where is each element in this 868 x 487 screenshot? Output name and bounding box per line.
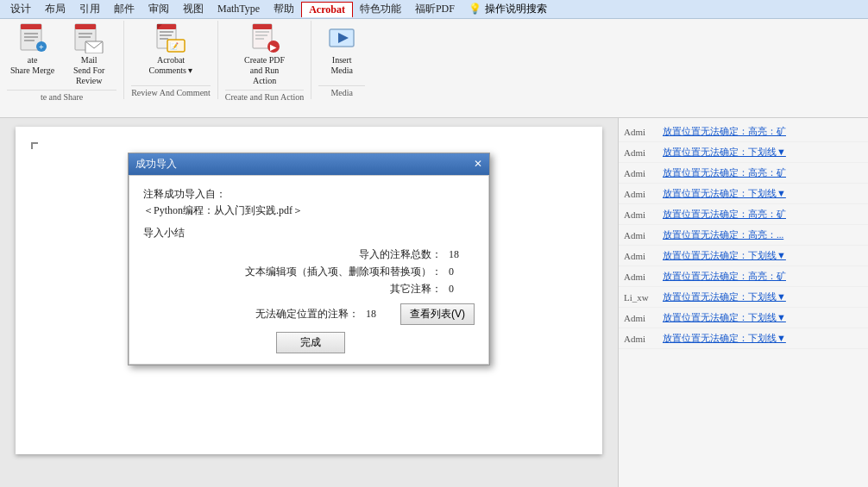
insert-media-icon	[326, 22, 357, 53]
svg-rect-1	[21, 24, 41, 29]
search-area: 💡 操作说明搜索	[469, 2, 547, 16]
ribbon-btn-insert-media[interactable]: InsertMedia	[321, 21, 362, 78]
dialog-close-button[interactable]: ✕	[474, 158, 482, 171]
dialog-value-other: 0	[449, 283, 475, 296]
doc-area: 成功导入 ✕ 注释成功导入自： ＜Python编程：从入门到实践.pdf＞ 导入…	[0, 118, 618, 487]
sidebar-text-1[interactable]: 放置位置无法确定：下划线▼	[663, 146, 863, 159]
svg-rect-3	[24, 36, 38, 38]
ribbon-btn-acrobat-comments[interactable]: 📝 AcrobatComments ▾	[146, 21, 197, 78]
sidebar-text-8[interactable]: 放置位置无法确定：下划线▼	[663, 290, 863, 303]
menu-item-acrobat[interactable]: Acrobat	[301, 2, 353, 17]
dialog-titlebar: 成功导入 ✕	[129, 153, 489, 175]
sidebar-user-9: Admi	[624, 313, 663, 323]
sidebar-text-6[interactable]: 放置位置无法确定：下划线▼	[663, 249, 863, 262]
main-area: 成功导入 ✕ 注释成功导入自： ＜Python编程：从入门到实践.pdf＞ 导入…	[0, 118, 868, 487]
dialog-label-total: 导入的注释总数：	[143, 247, 449, 262]
svg-rect-24	[255, 38, 264, 40]
dialog-summary-label: 导入小结	[143, 226, 475, 240]
ribbon-group-review-label: Review And Comment	[131, 85, 211, 99]
dialog-buttons: 完成	[143, 332, 475, 353]
sidebar-text-10[interactable]: 放置位置无法确定：下划线▼	[663, 332, 863, 345]
svg-rect-15	[160, 31, 173, 33]
right-sidebar: Admi 放置位置无法确定：高亮：矿 Admi 放置位置无法确定：下划线▼ Ad…	[618, 118, 868, 487]
dialog-footer-value: 18	[366, 308, 392, 321]
dialog-footer-row: 无法确定位置的注释： 18 查看列表(V)	[143, 303, 475, 325]
svg-rect-21	[253, 24, 272, 29]
sidebar-user-5: Admi	[624, 230, 663, 240]
ribbon-btn-create-pdf[interactable]: ▶ Create PDFand Run Action	[237, 21, 292, 88]
svg-rect-22	[255, 31, 269, 33]
ribbon-group-create-share-label: te and Share	[7, 90, 116, 103]
svg-rect-17	[160, 38, 168, 40]
view-list-button[interactable]: 查看列表(V)	[400, 303, 475, 325]
ribbon-btn-acrobat-comments-label: AcrobatComments ▾	[149, 55, 193, 76]
sidebar-text-9[interactable]: 放置位置无法确定：下划线▼	[663, 311, 863, 324]
ribbon-group-run-action: ▶ Create PDFand Run Action Create and Ru…	[218, 21, 311, 99]
dialog-title: 成功导入	[135, 157, 177, 172]
sidebar-user-7: Admi	[624, 272, 663, 282]
sidebar-user-8: Li_xw	[624, 292, 663, 303]
create-pdf-icon: ▶	[249, 22, 280, 53]
menu-item-view[interactable]: 视图	[176, 0, 211, 18]
sidebar-user-4: Admi	[624, 209, 663, 220]
svg-text:+: +	[39, 42, 44, 52]
sidebar-text-0[interactable]: 放置位置无法确定：高亮：矿	[663, 125, 863, 138]
sidebar-user-0: Admi	[624, 127, 663, 137]
dialog-source-info: 注释成功导入自： ＜Python编程：从入门到实践.pdf＞	[143, 186, 475, 219]
sidebar-user-10: Admi	[624, 334, 663, 344]
lightbulb-icon: 💡	[469, 3, 481, 16]
corner-mark-tl	[31, 142, 38, 149]
sidebar-row-8: Li_xw 放置位置无法确定：下划线▼	[619, 287, 868, 308]
sidebar-row-7: Admi 放置位置无法确定：高亮：矿	[619, 266, 868, 287]
dialog-row-other: 其它注释： 0	[143, 282, 475, 297]
menu-item-foxitpdf[interactable]: 福昕PDF	[408, 0, 462, 18]
sidebar-user-3: Admi	[624, 189, 663, 199]
ribbon-group-create-share: + ateShare Merge	[0, 21, 124, 99]
menu-bar: 设计 布局 引用 邮件 审阅 视图 MathType 帮助 Acrobat 特色…	[0, 0, 868, 19]
sidebar-row-1: Admi 放置位置无法确定：下划线▼	[619, 142, 868, 163]
ribbon-btn-create[interactable]: + ateShare Merge	[7, 21, 58, 78]
dialog-value-total: 18	[449, 248, 475, 261]
sidebar-row-4: Admi 放置位置无法确定：高亮：矿	[619, 204, 868, 225]
sidebar-text-2[interactable]: 放置位置无法确定：高亮：矿	[663, 166, 863, 179]
menu-item-mathtype[interactable]: MathType	[211, 1, 267, 17]
sidebar-user-6: Admi	[624, 251, 663, 261]
menu-item-design[interactable]: 设计	[3, 0, 38, 18]
sidebar-text-4[interactable]: 放置位置无法确定：高亮：矿	[663, 208, 863, 221]
menu-item-help[interactable]: 帮助	[267, 0, 301, 18]
dialog-row-text-edits: 文本编辑项（插入项、删除项和替换项）： 0	[143, 265, 475, 279]
sidebar-text-3[interactable]: 放置位置无法确定：下划线▼	[663, 187, 863, 200]
mail-icon	[73, 22, 104, 53]
svg-rect-10	[79, 36, 91, 38]
ribbon-group-run-action-label: Create and Run Action	[225, 90, 304, 103]
sidebar-text-5[interactable]: 放置位置无法确定：高亮：...	[663, 228, 863, 241]
dialog-footer-label: 无法确定位置的注释：	[143, 307, 366, 322]
sidebar-user-1: Admi	[624, 147, 663, 158]
sidebar-row-5: Admi 放置位置无法确定：高亮：...	[619, 225, 868, 246]
dialog-label-other: 其它注释：	[143, 282, 449, 297]
dialog-source-label: 注释成功导入自：	[143, 188, 226, 200]
menu-item-layout[interactable]: 布局	[38, 0, 72, 18]
import-success-dialog: 成功导入 ✕ 注释成功导入自： ＜Python编程：从入门到实践.pdf＞ 导入…	[128, 153, 490, 365]
svg-rect-8	[75, 24, 96, 29]
doc-page: 成功导入 ✕ 注释成功导入自： ＜Python编程：从入门到实践.pdf＞ 导入…	[16, 127, 602, 454]
dialog-stats-table: 导入的注释总数： 18 文本编辑项（插入项、删除项和替换项）： 0 其它注释： …	[143, 247, 475, 297]
menu-item-reference[interactable]: 引用	[72, 0, 107, 18]
ribbon-btn-mail[interactable]: MailSend For Review	[61, 21, 116, 88]
ribbon-btn-insert-media-label: InsertMedia	[330, 55, 353, 76]
create-icon: +	[17, 22, 48, 53]
menu-item-features[interactable]: 特色功能	[353, 0, 408, 18]
ok-button[interactable]: 完成	[276, 332, 345, 353]
svg-rect-23	[255, 34, 267, 36]
svg-text:▶: ▶	[270, 43, 277, 52]
ribbon-group-review: 📝 AcrobatComments ▾ Review And Comment	[124, 21, 218, 99]
menu-item-review[interactable]: 审阅	[142, 0, 176, 18]
sidebar-row-6: Admi 放置位置无法确定：下划线▼	[619, 246, 868, 266]
svg-rect-2	[24, 33, 38, 34]
svg-rect-16	[160, 34, 172, 36]
svg-rect-4	[24, 40, 35, 41]
search-label: 操作说明搜索	[485, 2, 547, 16]
sidebar-text-7[interactable]: 放置位置无法确定：高亮：矿	[663, 270, 863, 283]
dialog-source-file: ＜Python编程：从入门到实践.pdf＞	[143, 204, 303, 216]
menu-item-mail[interactable]: 邮件	[107, 0, 142, 18]
